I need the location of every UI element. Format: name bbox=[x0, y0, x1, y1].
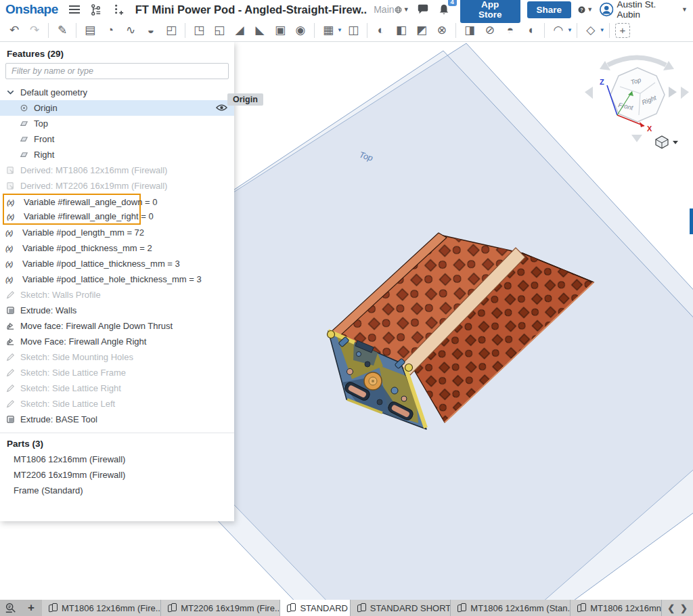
onshape-logo[interactable]: Onshape bbox=[5, 2, 58, 17]
prev-tabs-button[interactable]: ❮ bbox=[667, 603, 675, 613]
viewport-scrollbar[interactable] bbox=[690, 42, 693, 600]
view-options-button[interactable] bbox=[656, 136, 678, 148]
feature-row[interactable]: Move face: Firewall Angle Down Thrust bbox=[0, 318, 234, 334]
share-visibility-icon[interactable]: ▼ bbox=[395, 2, 409, 17]
part-row[interactable]: MT2206 16x19mm (Firewall) bbox=[0, 467, 234, 483]
delete-face-icon[interactable]: ⊗ bbox=[434, 22, 450, 39]
modify-fillet-icon[interactable]: ◩ bbox=[413, 22, 430, 39]
workspace-name[interactable]: Main bbox=[374, 4, 394, 15]
extrude-icon[interactable]: ▤ bbox=[82, 22, 98, 39]
scrollbar-thumb[interactable] bbox=[690, 208, 693, 234]
user-menu[interactable]: Austin St. Aubin ▼ bbox=[600, 0, 688, 20]
feature-row[interactable]: (x)Variable #firewall_angle_down = 0 bbox=[3, 194, 141, 209]
rotate-east-arrow[interactable] bbox=[681, 87, 689, 99]
caret-down-icon[interactable]: ▼ bbox=[337, 27, 342, 33]
expand-panel-arrow[interactable] bbox=[669, 87, 677, 97]
notification-badge: 4 bbox=[448, 0, 457, 6]
next-tabs-button[interactable]: ❯ bbox=[680, 603, 688, 613]
feature-row[interactable]: Extrude: BASE Tool bbox=[0, 412, 234, 427]
draft-icon[interactable]: ◢ bbox=[231, 22, 248, 39]
insert-element-icon[interactable] bbox=[110, 2, 124, 17]
feature-row[interactable]: Origin bbox=[0, 100, 234, 116]
feature-row[interactable]: Sketch: Side Mounting Holes bbox=[0, 349, 234, 365]
undo-icon[interactable]: ↶ bbox=[6, 22, 22, 39]
boolean-icon[interactable]: ◐ bbox=[373, 22, 389, 39]
caret-down-icon[interactable]: ▼ bbox=[567, 27, 573, 33]
fillet-icon[interactable]: ◳ bbox=[191, 22, 207, 39]
feature-row[interactable]: Right bbox=[0, 147, 234, 162]
toolbar-separator bbox=[367, 23, 367, 38]
share-button[interactable]: Share bbox=[527, 1, 572, 18]
rib-icon[interactable]: ◣ bbox=[252, 22, 268, 39]
chamfer-icon[interactable]: ◱ bbox=[211, 22, 227, 39]
app-store-button[interactable]: App Store bbox=[460, 0, 520, 23]
linear-pattern-icon[interactable]: ▦ bbox=[320, 22, 336, 39]
feature-row[interactable]: Sketch: Side Lattice Left bbox=[0, 396, 234, 412]
feature-row[interactable]: Sketch: Walls Profile bbox=[0, 287, 234, 303]
part-row[interactable]: Frame (Standard) bbox=[0, 483, 234, 498]
element-tab-active[interactable]: STANDARD bbox=[280, 600, 350, 616]
caret-down-icon[interactable]: ▼ bbox=[600, 27, 605, 33]
feature-row[interactable]: Derived: MT1806 12x16mm (Firewall) bbox=[0, 162, 234, 178]
view-cube[interactable]: Top Front Right Z X bbox=[585, 58, 689, 142]
visibility-eye-icon[interactable] bbox=[216, 104, 227, 112]
sweep-icon[interactable]: ∿ bbox=[122, 22, 139, 39]
feature-row[interactable]: Move Face: Firewall Angle Right bbox=[0, 334, 234, 349]
redo-icon[interactable]: ↷ bbox=[26, 22, 43, 39]
feature-label: Extrude: BASE Tool bbox=[20, 414, 97, 424]
rotate-west-arrow[interactable] bbox=[585, 87, 593, 99]
feature-row[interactable]: Front bbox=[0, 131, 234, 147]
hole-icon[interactable]: ◉ bbox=[292, 22, 309, 39]
mirror-icon[interactable]: ◫ bbox=[345, 22, 361, 39]
variable-icon: (x) bbox=[5, 244, 18, 252]
topbar-actions: ▼ 4 App Store Share ▼ Austin St. Aubin ▼ bbox=[395, 0, 688, 23]
element-tab[interactable]: MT1806 12x16mn bbox=[571, 600, 662, 616]
element-tab[interactable]: MT2206 16x19mm (Fire... bbox=[161, 600, 280, 616]
element-tab[interactable]: MT1806 12x16mm (Stan.. bbox=[451, 600, 571, 616]
feature-row[interactable]: Sketch: Side Lattice Right bbox=[0, 380, 234, 396]
feature-row[interactable]: Sketch: Side Lattice Frame bbox=[0, 365, 234, 380]
sheet-metal-tools-icon[interactable]: ◇ bbox=[583, 22, 599, 39]
element-tab[interactable]: MT1806 12x16mm (Fire... bbox=[42, 600, 161, 616]
feature-row[interactable]: (x)Variable #pod_length_mm = 72 bbox=[0, 225, 234, 240]
part-row[interactable]: MT1806 12x16mm (Firewall) bbox=[0, 452, 234, 467]
rotate-south-arrow[interactable] bbox=[631, 135, 642, 142]
search-tabs-icon[interactable] bbox=[4, 601, 18, 615]
feature-label: Default geometry bbox=[20, 87, 87, 97]
split-icon[interactable]: ◧ bbox=[393, 22, 409, 39]
sketch-icon bbox=[5, 383, 16, 393]
versions-history-icon[interactable] bbox=[89, 2, 103, 17]
feature-row[interactable]: Derived: MT2206 16x19mm (Firewall) bbox=[0, 178, 234, 194]
feature-row[interactable]: Extrude: Walls bbox=[0, 303, 234, 318]
feature-row[interactable]: (x)Variable #pod_thickness_mm = 2 bbox=[0, 240, 234, 256]
feature-row[interactable]: (x)Variable #pod_lattice_hole_thickness_… bbox=[0, 271, 234, 287]
custom-feature-icon[interactable]: + bbox=[615, 23, 630, 38]
move-face-icon[interactable]: ◨ bbox=[462, 22, 478, 39]
feature-label: Extrude: Walls bbox=[20, 305, 76, 315]
document-menu-icon[interactable] bbox=[68, 2, 82, 17]
notifications-bell-icon[interactable]: 4 bbox=[437, 2, 451, 17]
feature-row[interactable]: Top bbox=[0, 116, 234, 131]
feature-group-default-geometry[interactable]: Default geometry bbox=[0, 85, 234, 100]
fill-surface-icon[interactable]: ◖ bbox=[522, 22, 539, 39]
offset-surface-icon[interactable]: ◓ bbox=[502, 22, 518, 39]
surface-tools-icon[interactable]: ◠ bbox=[550, 22, 566, 39]
replace-face-icon[interactable]: ⊘ bbox=[482, 22, 498, 39]
feature-row[interactable]: (x)Variable #firewall_angle_right = 0 bbox=[3, 209, 141, 225]
part-studio-icon bbox=[168, 603, 177, 613]
help-icon[interactable]: ▼ bbox=[578, 2, 593, 17]
moveface-icon bbox=[5, 321, 16, 331]
element-tab[interactable]: STANDARD SHORT bbox=[351, 600, 451, 616]
feature-filter-input[interactable] bbox=[5, 63, 229, 79]
shell-icon[interactable]: ▣ bbox=[272, 22, 288, 39]
add-tab-button[interactable]: + bbox=[24, 601, 38, 615]
caret-down-icon: ▼ bbox=[403, 6, 409, 13]
sketch-icon[interactable]: ✎ bbox=[54, 22, 70, 39]
feature-row[interactable]: (x)Variable #pod_lattice_thickness_mm = … bbox=[0, 256, 234, 271]
toolbar-separator bbox=[455, 23, 456, 38]
loft-icon[interactable]: ◒ bbox=[143, 22, 159, 39]
thicken-icon[interactable]: ◰ bbox=[163, 22, 179, 39]
rotate-left-arrow[interactable] bbox=[608, 58, 666, 65]
revolve-icon[interactable]: ◔ bbox=[102, 22, 118, 39]
comments-icon[interactable] bbox=[416, 2, 430, 17]
